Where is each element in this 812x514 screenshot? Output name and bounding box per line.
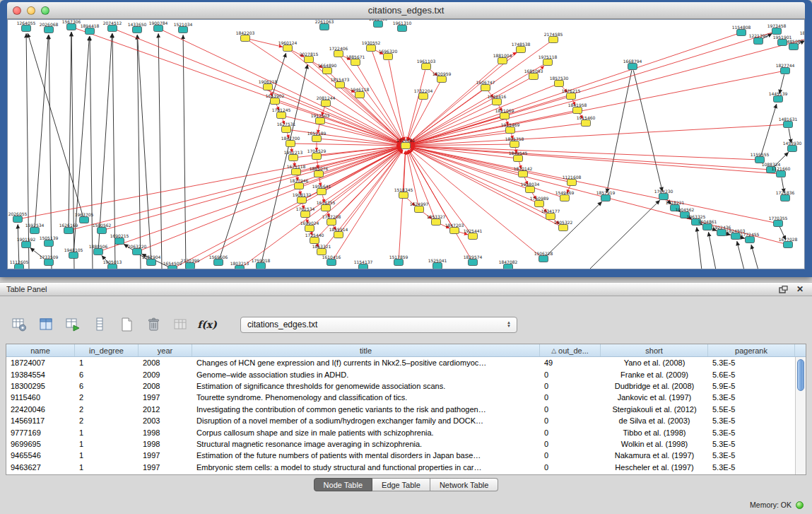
graph-node[interactable] <box>355 92 365 98</box>
graph-node[interactable] <box>500 113 510 119</box>
graph-node[interactable] <box>22 242 31 248</box>
graph-node[interactable] <box>601 195 611 201</box>
column-header-name[interactable]: name <box>6 344 75 356</box>
graph-node[interactable] <box>703 224 712 230</box>
graph-node[interactable] <box>659 194 669 200</box>
graph-node[interactable] <box>64 228 73 234</box>
graph-node[interactable] <box>282 127 291 133</box>
graph-node[interactable] <box>546 214 555 220</box>
window-titlebar[interactable]: citations_edges.txt <box>7 2 805 19</box>
graph-edge[interactable] <box>589 200 660 269</box>
graph-node[interactable] <box>316 118 325 124</box>
float-panel-icon[interactable] <box>777 284 789 294</box>
graph-edge[interactable] <box>407 151 418 205</box>
graph-node[interactable] <box>772 28 782 35</box>
graph-node[interactable] <box>526 187 535 193</box>
graph-node[interactable] <box>45 27 54 33</box>
graph-edge[interactable] <box>411 33 773 144</box>
graph-node[interactable] <box>292 169 301 175</box>
graph-node[interactable] <box>778 40 787 46</box>
graph-node[interactable] <box>514 156 523 162</box>
graph-hub-node[interactable] <box>401 143 411 149</box>
graph-node[interactable] <box>322 205 331 211</box>
graph-node[interactable] <box>789 44 799 50</box>
column-header-year[interactable]: year <box>139 344 192 356</box>
tab-node-table[interactable]: Node Table <box>314 478 372 491</box>
graph-node[interactable] <box>367 45 376 52</box>
graph-node[interactable] <box>186 263 195 269</box>
graph-node[interactable] <box>15 264 24 270</box>
graph-node[interactable] <box>154 25 163 32</box>
graph-node[interactable] <box>298 197 307 204</box>
graph-edge[interactable] <box>69 32 71 226</box>
graph-node[interactable] <box>374 21 383 28</box>
graph-edge[interactable] <box>761 104 777 156</box>
delete-table-icon[interactable] <box>144 315 163 334</box>
graph-node[interactable] <box>289 155 298 161</box>
graph-node[interactable] <box>301 211 310 218</box>
show-columns-icon[interactable] <box>37 315 55 334</box>
tab-edge-table[interactable]: Edge Table <box>372 478 430 491</box>
graph-edge[interactable] <box>411 85 555 144</box>
graph-edge[interactable] <box>249 39 282 47</box>
graph-edge[interactable] <box>399 151 405 258</box>
graph-node[interactable] <box>717 230 726 236</box>
graph-edge[interactable] <box>26 33 29 269</box>
graph-node[interactable] <box>108 264 117 270</box>
graph-node[interactable] <box>746 237 755 243</box>
table-row[interactable]: 946554611997Estimation of the future num… <box>6 450 806 461</box>
network-graph[interactable]: 1724061190621816539021781245162753118427… <box>8 20 805 269</box>
graph-node[interactable] <box>805 35 806 42</box>
graph-edge[interactable] <box>408 100 423 141</box>
table-row[interactable]: 1830029562008Estimation of significance … <box>6 380 806 392</box>
graph-edge[interactable] <box>411 124 784 145</box>
graph-node[interactable] <box>13 216 23 223</box>
graph-node[interactable] <box>98 228 107 234</box>
table-row[interactable]: 911546021997Tourette syndrome. Phenomeno… <box>6 392 806 403</box>
new-table-icon[interactable] <box>117 315 136 334</box>
graph-node[interactable] <box>535 201 544 207</box>
graph-edge[interactable] <box>28 33 83 216</box>
graph-edge[interactable] <box>137 35 151 258</box>
graph-node[interactable] <box>754 38 763 45</box>
graph-node[interactable] <box>737 30 746 36</box>
graph-edge[interactable] <box>49 35 52 269</box>
graph-node[interactable] <box>115 238 124 245</box>
graph-node[interactable] <box>539 256 548 262</box>
graph-node[interactable] <box>529 74 539 80</box>
table-selector-dropdown[interactable]: citations_edges.txt ▲▼ <box>240 317 517 333</box>
graph-node[interactable] <box>312 153 322 160</box>
graph-node[interactable] <box>559 225 568 231</box>
graph-node[interactable] <box>777 171 786 177</box>
graph-node[interactable] <box>419 93 428 100</box>
graph-node[interactable] <box>133 27 142 33</box>
graph-node[interactable] <box>567 180 577 186</box>
graph-node[interactable] <box>399 192 408 199</box>
graph-edge[interactable] <box>98 33 112 247</box>
table-row[interactable]: 977716911998Corpus callosum shape and si… <box>6 426 806 438</box>
graph-node[interactable] <box>133 249 142 255</box>
graph-edge[interactable] <box>751 245 758 269</box>
graph-edge[interactable] <box>697 227 702 269</box>
graph-node[interactable] <box>286 141 295 147</box>
graph-edge[interactable] <box>372 52 404 141</box>
graph-node[interactable] <box>80 217 89 223</box>
graph-edge[interactable] <box>90 36 93 269</box>
graph-node[interactable] <box>314 171 324 177</box>
table-row[interactable]: 2242004622012Investigating the contribut… <box>6 404 806 415</box>
graph-node[interactable] <box>422 64 431 70</box>
graph-node[interactable] <box>560 195 570 201</box>
column-header-out_de[interactable]: △out_de... <box>540 344 601 356</box>
graph-node[interactable] <box>398 25 407 32</box>
graph-node[interactable] <box>543 59 553 66</box>
graph-node[interactable] <box>567 93 576 100</box>
graph-node[interactable] <box>432 219 441 226</box>
graph-node[interactable] <box>327 259 336 266</box>
graph-node[interactable] <box>277 112 286 119</box>
graph-node[interactable] <box>359 264 368 270</box>
graph-node[interactable] <box>323 68 332 74</box>
graph-node[interactable] <box>582 120 591 127</box>
graph-edge[interactable] <box>341 150 402 232</box>
graph-node[interactable] <box>415 206 424 213</box>
graph-node[interactable] <box>45 259 54 266</box>
